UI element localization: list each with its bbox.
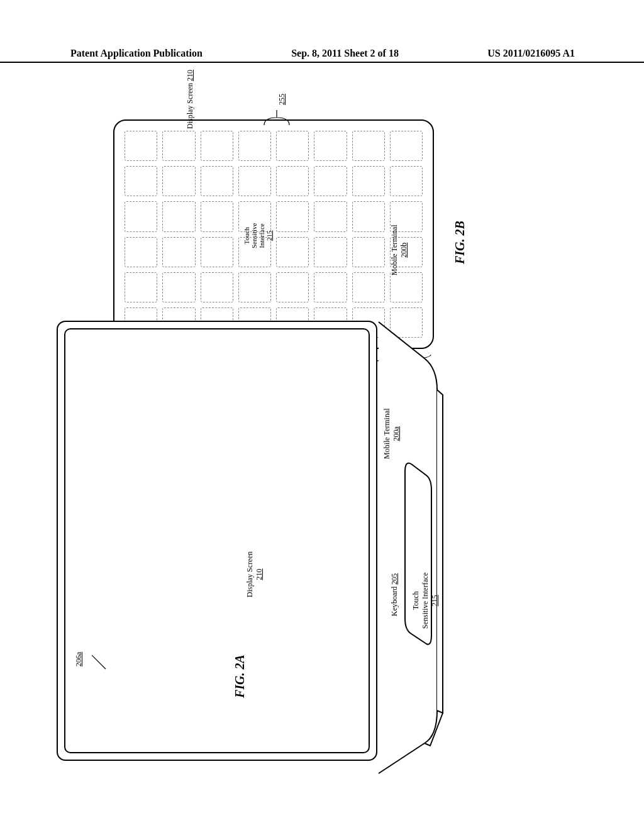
page-header: Patent Application Publication Sep. 8, 2… — [0, 48, 644, 63]
fig2a-display-screen — [64, 328, 370, 753]
fig2b-key-cell — [352, 272, 385, 302]
fig2b-key-cell — [314, 237, 347, 267]
fig2b-key-cell — [314, 201, 347, 231]
fig2a-keyboard-label: Keyboard 205 — [390, 573, 399, 616]
fig2b-key-cell — [276, 201, 309, 231]
fig2b-key-cell — [125, 237, 157, 267]
fig2b-caption: FIG. 2B — [453, 221, 467, 264]
header-left: Patent Application Publication — [70, 48, 203, 59]
fig2b-key-cell — [125, 131, 157, 161]
fig2a-display-label: Display Screen210 — [245, 551, 264, 597]
fig2b-key-cell — [125, 272, 157, 302]
fig2b-key-cell — [162, 166, 195, 196]
fig2a-lid — [57, 321, 377, 773]
fig2b-key-cell — [276, 237, 309, 267]
fig2b-touch-grid — [125, 131, 423, 338]
fig2b-key-cell — [390, 166, 423, 196]
fig2b-key-cell — [276, 166, 309, 196]
fig2b-key-cell — [162, 237, 195, 267]
fig2b-display-area — [125, 131, 423, 338]
fig2b-key-cell — [125, 201, 157, 231]
fig2b-key-cell — [201, 166, 233, 196]
fig2b-key-cell — [238, 131, 271, 161]
fig2b-key-cell — [201, 201, 233, 231]
fig2b-key-cell — [276, 272, 309, 302]
fig2b-key-cell — [201, 131, 233, 161]
fig2b-display-label: Display Screen 210 — [186, 70, 195, 129]
fig2a-touch-label: Touch Sensitive Interface 215 — [411, 572, 440, 629]
fig2b-key-cell — [125, 166, 157, 196]
svg-line-1 — [92, 655, 106, 669]
fig2b-key-cell — [238, 272, 271, 302]
fig2b-key-cell — [201, 237, 233, 267]
fig2b-key-cell — [314, 131, 347, 161]
fig2b-key-cell — [390, 131, 423, 161]
fig2b-key-cell — [201, 272, 233, 302]
fig2b-terminal-label: Mobile Terminal200b — [390, 224, 409, 275]
fig2b-key-cell — [352, 237, 385, 267]
fig2b-key-cell — [276, 131, 309, 161]
fig2b-key-cell — [314, 166, 347, 196]
fig2a-caption: FIG. 2A — [233, 655, 247, 698]
fig2b-housing — [113, 119, 434, 349]
fig2a-base — [377, 321, 438, 773]
fig2b-key-cell — [352, 201, 385, 231]
header-right: US 2011/0216095 A1 — [487, 48, 575, 59]
fig2b-key-cell — [162, 131, 195, 161]
fig2b-key-cell — [352, 166, 385, 196]
header-center: Sep. 8, 2011 Sheet 2 of 18 — [291, 48, 399, 59]
fig2b-touch-label: Touch Sensitive Interface 215 — [243, 223, 273, 248]
fig2b-key-cell — [162, 201, 195, 231]
fig2b-key-cell — [162, 272, 195, 302]
fig2b-key-cell — [352, 131, 385, 161]
fig2b-key-cell — [390, 272, 423, 302]
fig2b-key-cell — [314, 272, 347, 302]
fig2a-lid-outer — [57, 321, 377, 761]
fig2a-terminal-label: Mobile Terminal200a — [382, 408, 401, 459]
fig2b-key-cell — [238, 166, 271, 196]
